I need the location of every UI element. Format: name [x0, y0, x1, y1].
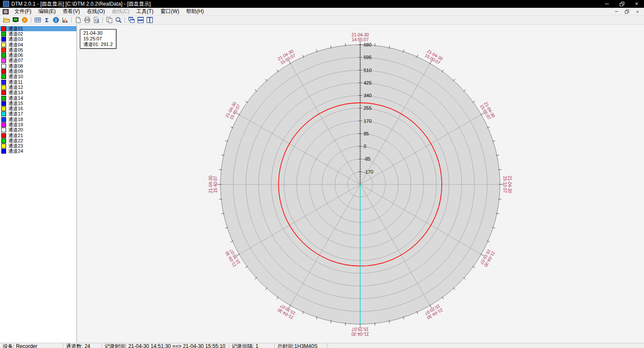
channel-item-8[interactable]: 通道08: [0, 63, 76, 69]
channel-item-5[interactable]: 通道05: [0, 47, 76, 53]
spoke-time-label: 21-04-3014:55:07: [352, 33, 369, 42]
menu-item-4: 曲线(C): [108, 8, 133, 15]
window-controls: ×: [600, 0, 644, 8]
spoke-time-label: 21-04-3015:40:07: [208, 176, 218, 193]
menu-item-5[interactable]: 工具(T): [133, 8, 157, 15]
channel-label: 通道12: [8, 85, 23, 90]
channel-color-swatch: [1, 117, 6, 122]
svg-text:15:10:07: 15:10:07: [503, 176, 507, 193]
channel-color-swatch: [1, 85, 6, 90]
channel-item-4[interactable]: 通道04: [0, 42, 76, 47]
channel-item-9[interactable]: 通道09: [0, 69, 76, 74]
channel-color-swatch: [1, 144, 6, 148]
menu-item-1[interactable]: 编辑(E): [35, 8, 59, 15]
settings-gear-icon[interactable]: [20, 16, 29, 24]
channel-color-swatch: [1, 112, 6, 116]
info-icon[interactable]: i: [51, 16, 60, 24]
channel-color-swatch: [1, 138, 6, 143]
svg-text:255: 255: [364, 105, 371, 111]
spoke-time-label: 21-04-3015:25:07: [352, 327, 369, 336]
toolbar-separator: [125, 17, 125, 23]
channel-label: 通道21: [8, 133, 23, 138]
chart-area: 680595510425340255170850-85-17021-04-301…: [77, 25, 644, 343]
channel-color-swatch: [1, 96, 6, 101]
status-total-time: 总时间:1H3M40S: [275, 343, 327, 348]
svg-text:0: 0: [364, 144, 366, 149]
mdi-minimize-icon[interactable]: [612, 9, 621, 15]
restore-icon[interactable]: [614, 0, 629, 8]
channel-item-6[interactable]: 通道06: [0, 53, 76, 58]
channel-item-10[interactable]: 通道10: [0, 74, 76, 79]
print-icon[interactable]: [82, 16, 92, 24]
channel-label: 通道11: [8, 80, 23, 85]
svg-text:-85: -85: [364, 156, 371, 161]
channel-color-swatch: [1, 37, 6, 42]
channel-item-24[interactable]: 通道24: [0, 149, 76, 154]
close-icon[interactable]: ×: [629, 0, 644, 8]
print-preview-icon[interactable]: [92, 16, 101, 24]
menu-item-2[interactable]: 查看(V): [59, 8, 83, 15]
minimize-icon[interactable]: [600, 0, 614, 8]
zoom-icon[interactable]: [114, 16, 123, 24]
channel-item-17[interactable]: 通道17: [0, 112, 76, 117]
channel-label: 通道20: [8, 128, 23, 132]
channel-color-swatch: [1, 43, 6, 47]
channel-item-19[interactable]: 通道19: [0, 122, 76, 127]
channel-color-swatch: [1, 32, 6, 36]
svg-text:14:55:07: 14:55:07: [352, 37, 369, 42]
online-data-icon[interactable]: [11, 16, 20, 24]
svg-text:-170: -170: [364, 169, 373, 174]
channel-item-18[interactable]: 通道18: [0, 117, 76, 122]
sigma-icon[interactable]: Σ: [42, 16, 51, 24]
channel-item-12[interactable]: 通道12: [0, 85, 76, 90]
menu-item-7[interactable]: 帮助(H): [183, 8, 207, 15]
channel-item-16[interactable]: 通道16: [0, 106, 76, 111]
channel-item-7[interactable]: 通道07: [0, 58, 76, 63]
tooltip-date: 21-04-30: [83, 30, 113, 36]
menubar: 文件(F)编辑(E)查看(V)在线(O)曲线(C)工具(T)窗口(W)帮助(H)…: [0, 8, 644, 16]
disc-chart[interactable]: 680595510425340255170850-85-17021-04-301…: [77, 25, 644, 343]
toolbar-separator: [31, 17, 31, 23]
channel-color-swatch: [1, 69, 6, 74]
spoke-time-label: 21-04-3015:10:07: [503, 176, 512, 193]
channel-label: 通道09: [8, 69, 23, 74]
content: 通道01通道02通道03通道04通道05通道06通道07通道08通道09通道10…: [0, 25, 644, 343]
mdi-close-icon[interactable]: ×: [633, 9, 642, 15]
mdi-child-icon[interactable]: [3, 9, 9, 14]
svg-text:i: i: [55, 18, 56, 23]
open-folder-icon[interactable]: [2, 16, 11, 24]
channel-item-23[interactable]: 通道23: [0, 144, 76, 149]
mdi-restore-icon[interactable]: [623, 9, 631, 15]
menu-item-3[interactable]: 在线(O): [83, 8, 108, 15]
titlebar: DTM 2.0.1 - [圆盘显示] [C:\DTM 2.0.2\RealDat…: [0, 0, 644, 8]
channel-color-swatch: [1, 74, 6, 79]
channel-item-20[interactable]: 通道20: [0, 128, 76, 133]
channel-item-14[interactable]: 通道14: [0, 95, 76, 101]
channel-item-11[interactable]: 通道11: [0, 79, 76, 85]
channel-label: 通道22: [8, 138, 23, 143]
menu-item-0[interactable]: 文件(F): [11, 8, 35, 15]
channel-item-22[interactable]: 通道22: [0, 138, 76, 143]
tile-vertical-icon[interactable]: [145, 16, 154, 24]
channel-item-3[interactable]: 通道03: [0, 37, 76, 42]
channel-item-13[interactable]: 通道13: [0, 90, 76, 95]
channel-color-swatch: [1, 80, 6, 85]
channel-color-swatch: [1, 122, 6, 127]
menu-item-6[interactable]: 窗口(W): [157, 8, 183, 15]
document-icon[interactable]: [73, 16, 82, 24]
channel-label: 通道15: [8, 101, 23, 106]
cascade-windows-icon[interactable]: [127, 16, 136, 24]
svg-text:170: 170: [364, 118, 371, 124]
tile-horizontal-icon[interactable]: [136, 16, 145, 24]
channel-color-swatch: [1, 128, 6, 132]
channel-item-15[interactable]: 通道15: [0, 101, 76, 106]
chart-icon[interactable]: [60, 16, 69, 24]
table-grid-icon[interactable]: [33, 16, 42, 24]
channel-color-swatch: [1, 58, 6, 63]
channel-item-21[interactable]: 通道21: [0, 133, 76, 138]
status-spacer: [327, 343, 644, 348]
copy-icon[interactable]: [105, 16, 114, 24]
channel-color-swatch: [1, 26, 6, 31]
channel-item-2[interactable]: 通道02: [0, 31, 76, 36]
channel-item-1[interactable]: 通道01: [0, 26, 76, 31]
